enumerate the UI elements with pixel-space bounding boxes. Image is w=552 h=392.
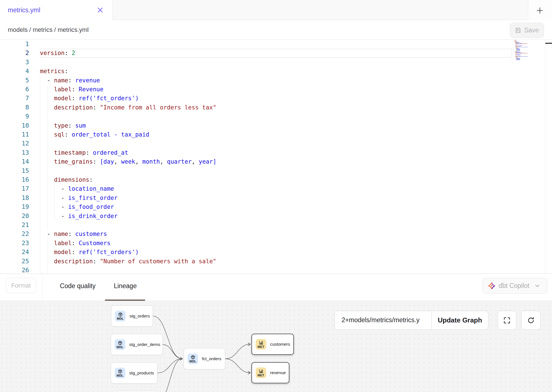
- minimap-line: [524, 56, 526, 57]
- minimap-line: [517, 55, 520, 55]
- fullscreen-button[interactable]: [498, 311, 516, 330]
- minimap-line: [517, 50, 520, 50]
- lineage-node-stg_partial[interactable]: [111, 391, 157, 392]
- minimap-line: [524, 47, 526, 47]
- minimap-line: [526, 47, 526, 47]
- format-button[interactable]: Format: [6, 278, 36, 293]
- node-label: stg_orders: [129, 314, 150, 319]
- line-number: 4: [0, 67, 29, 76]
- code-line: model: ref('fct_orders'): [40, 248, 139, 257]
- node-label: customers: [270, 342, 290, 347]
- code-line: metrics:: [40, 67, 68, 76]
- minimap-line: [517, 40, 517, 40]
- minimap-line: [517, 58, 520, 58]
- indent-guide: [40, 139, 40, 148]
- code-line: timestamp: ordered_at: [40, 148, 128, 157]
- minimap-line: [517, 51, 520, 52]
- save-floppy-icon: [515, 27, 521, 34]
- lineage-node-stg_order_items[interactable]: MDLstg_order_items: [111, 334, 163, 355]
- line-number: 13: [0, 148, 29, 157]
- minimap-line: [515, 53, 518, 53]
- minimap-line: [517, 45, 518, 45]
- model-cube-icon: [118, 369, 123, 374]
- node-type-label: MET: [258, 345, 264, 348]
- line-number: 23: [0, 239, 29, 248]
- lineage-node-revenue[interactable]: METrevenue: [251, 362, 289, 383]
- lineage-node-fct_orders[interactable]: MDLfct_orders: [184, 348, 225, 369]
- lineage-edge: [225, 344, 250, 359]
- node-label: stg_products: [129, 371, 154, 376]
- minimap-line: [515, 42, 517, 43]
- line-number: 6: [0, 85, 29, 94]
- minimap-line: [518, 47, 519, 47]
- fullscreen-icon: [503, 317, 511, 324]
- line-number: 20: [0, 212, 29, 221]
- node-type-label: MDL: [117, 346, 123, 349]
- indent-guide: [47, 139, 47, 148]
- indent-guide: [40, 166, 40, 175]
- line-number: 22: [0, 230, 29, 238]
- code-line: - name: revenue: [40, 76, 100, 85]
- code-editor[interactable]: 1234567891011121314151617181920212223242…: [0, 40, 552, 274]
- node-type-chip: MDL: [115, 311, 126, 321]
- tab-title: metrics.yml: [8, 0, 40, 20]
- minimap-line: [517, 52, 520, 52]
- app: metrics.yml models / metrics / metrics.y…: [0, 0, 552, 392]
- minimap-line: [515, 48, 518, 48]
- minimap-line: [517, 59, 520, 59]
- tab-code-quality[interactable]: Code quality: [59, 278, 97, 294]
- minimap-line: [515, 52, 517, 53]
- overview-ruler[interactable]: [545, 40, 552, 274]
- node-type-chip: MET: [256, 339, 266, 350]
- line-number: 26: [0, 266, 29, 274]
- minimap[interactable]: [512, 40, 545, 274]
- refresh-button[interactable]: [521, 311, 541, 330]
- update-graph-button[interactable]: Update Graph: [432, 311, 488, 329]
- dbt-copilot-button[interactable]: dbt Copilot: [482, 278, 547, 294]
- save-button[interactable]: Save: [510, 23, 544, 38]
- minimap-line: [517, 54, 521, 54]
- tab-metrics-yml[interactable]: metrics.yml: [0, 0, 112, 20]
- minimap-line: [523, 56, 524, 57]
- minimap-line: [520, 56, 520, 57]
- minimap-line: [523, 47, 524, 47]
- minimap-line: [518, 56, 521, 56]
- minimap-line: [527, 56, 528, 57]
- metric-chart-icon: [259, 340, 263, 345]
- minimap-line: [518, 56, 518, 56]
- minimap-line: [517, 42, 517, 42]
- line-number: 3: [0, 58, 29, 67]
- lineage-node-stg_orders[interactable]: MDLstg_orders: [111, 305, 153, 327]
- minimap-line: [517, 49, 520, 49]
- lineage-edge: [225, 359, 250, 373]
- node-type-label: MDL: [189, 360, 196, 363]
- lineage-node-stg_products[interactable]: MDLstg_products: [111, 362, 157, 384]
- code-line: - location_name: [40, 184, 114, 193]
- node-type-label: MDL: [117, 374, 123, 377]
- lineage-graph-canvas[interactable]: MDLstg_ordersMDLstg_order_itemsMDLstg_pr…: [0, 301, 552, 392]
- minimap-line: [514, 40, 516, 40]
- lineage-edge: [157, 359, 182, 392]
- code-line: model: ref('fct_orders'): [40, 94, 139, 103]
- minimap-line: [515, 43, 517, 43]
- tab-lineage[interactable]: Lineage: [113, 278, 137, 294]
- minimap-line: [518, 44, 519, 44]
- close-tab-icon[interactable]: [97, 7, 104, 13]
- minimap-line: [515, 46, 518, 47]
- indent-guide: [40, 266, 40, 274]
- lineage-selector-input[interactable]: 2+models/metrics/metrics.y: [335, 311, 431, 329]
- new-tab-plus-icon[interactable]: [536, 7, 543, 14]
- current-line-highlight: [40, 49, 512, 58]
- minimap-line: [517, 52, 517, 53]
- line-number: 10: [0, 121, 29, 130]
- minimap-line: [517, 49, 520, 49]
- node-label: fct_orders: [202, 356, 221, 361]
- lineage-node-customers[interactable]: METcustomers: [251, 334, 294, 355]
- minimap-line: [526, 56, 526, 57]
- line-number: 18: [0, 193, 29, 202]
- minimap-line: [517, 54, 517, 54]
- code-line: - is_first_order: [40, 193, 117, 202]
- minimap-line: [517, 51, 517, 52]
- node-type-chip: MDL: [115, 339, 125, 350]
- code-line: version: 2: [40, 49, 75, 58]
